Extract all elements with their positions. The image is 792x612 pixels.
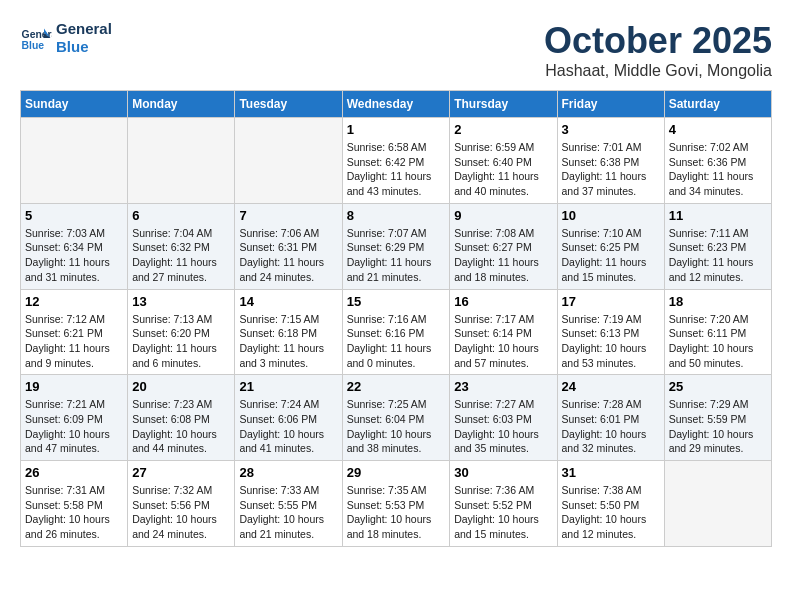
day-info: Sunrise: 7:12 AMSunset: 6:21 PMDaylight:… [25,312,123,371]
logo-blue: Blue [56,38,112,56]
day-info: Sunrise: 7:19 AMSunset: 6:13 PMDaylight:… [562,312,660,371]
calendar-cell: 27Sunrise: 7:32 AMSunset: 5:56 PMDayligh… [128,461,235,547]
calendar-week-row: 5Sunrise: 7:03 AMSunset: 6:34 PMDaylight… [21,203,772,289]
calendar-cell: 16Sunrise: 7:17 AMSunset: 6:14 PMDayligh… [450,289,557,375]
day-number: 19 [25,379,123,394]
calendar-cell: 13Sunrise: 7:13 AMSunset: 6:20 PMDayligh… [128,289,235,375]
day-number: 25 [669,379,767,394]
calendar-cell: 3Sunrise: 7:01 AMSunset: 6:38 PMDaylight… [557,118,664,204]
calendar-cell: 26Sunrise: 7:31 AMSunset: 5:58 PMDayligh… [21,461,128,547]
day-info: Sunrise: 7:10 AMSunset: 6:25 PMDaylight:… [562,226,660,285]
calendar-cell: 12Sunrise: 7:12 AMSunset: 6:21 PMDayligh… [21,289,128,375]
day-number: 7 [239,208,337,223]
calendar-cell: 19Sunrise: 7:21 AMSunset: 6:09 PMDayligh… [21,375,128,461]
calendar-cell: 17Sunrise: 7:19 AMSunset: 6:13 PMDayligh… [557,289,664,375]
calendar-cell: 20Sunrise: 7:23 AMSunset: 6:08 PMDayligh… [128,375,235,461]
day-info: Sunrise: 7:11 AMSunset: 6:23 PMDaylight:… [669,226,767,285]
day-header-saturday: Saturday [664,91,771,118]
day-header-thursday: Thursday [450,91,557,118]
calendar-cell: 15Sunrise: 7:16 AMSunset: 6:16 PMDayligh… [342,289,450,375]
day-number: 20 [132,379,230,394]
day-info: Sunrise: 7:23 AMSunset: 6:08 PMDaylight:… [132,397,230,456]
day-info: Sunrise: 7:33 AMSunset: 5:55 PMDaylight:… [239,483,337,542]
calendar-cell: 11Sunrise: 7:11 AMSunset: 6:23 PMDayligh… [664,203,771,289]
calendar-cell [21,118,128,204]
calendar-cell: 9Sunrise: 7:08 AMSunset: 6:27 PMDaylight… [450,203,557,289]
day-info: Sunrise: 7:06 AMSunset: 6:31 PMDaylight:… [239,226,337,285]
calendar-cell: 18Sunrise: 7:20 AMSunset: 6:11 PMDayligh… [664,289,771,375]
day-info: Sunrise: 7:29 AMSunset: 5:59 PMDaylight:… [669,397,767,456]
day-info: Sunrise: 7:35 AMSunset: 5:53 PMDaylight:… [347,483,446,542]
day-number: 2 [454,122,552,137]
calendar-cell: 7Sunrise: 7:06 AMSunset: 6:31 PMDaylight… [235,203,342,289]
day-number: 12 [25,294,123,309]
day-info: Sunrise: 7:08 AMSunset: 6:27 PMDaylight:… [454,226,552,285]
day-number: 17 [562,294,660,309]
day-number: 6 [132,208,230,223]
svg-text:Blue: Blue [22,40,45,51]
title-block: October 2025 Hashaat, Middle Govi, Mongo… [544,20,772,80]
day-info: Sunrise: 7:07 AMSunset: 6:29 PMDaylight:… [347,226,446,285]
calendar-cell: 2Sunrise: 6:59 AMSunset: 6:40 PMDaylight… [450,118,557,204]
month-title: October 2025 [544,20,772,62]
calendar-table: SundayMondayTuesdayWednesdayThursdayFrid… [20,90,772,547]
calendar-cell: 8Sunrise: 7:07 AMSunset: 6:29 PMDaylight… [342,203,450,289]
location-title: Hashaat, Middle Govi, Mongolia [544,62,772,80]
day-number: 14 [239,294,337,309]
day-number: 11 [669,208,767,223]
calendar-cell [128,118,235,204]
calendar-week-row: 12Sunrise: 7:12 AMSunset: 6:21 PMDayligh… [21,289,772,375]
day-info: Sunrise: 7:38 AMSunset: 5:50 PMDaylight:… [562,483,660,542]
calendar-cell [664,461,771,547]
day-number: 5 [25,208,123,223]
calendar-week-row: 19Sunrise: 7:21 AMSunset: 6:09 PMDayligh… [21,375,772,461]
day-number: 23 [454,379,552,394]
day-header-wednesday: Wednesday [342,91,450,118]
day-info: Sunrise: 7:20 AMSunset: 6:11 PMDaylight:… [669,312,767,371]
day-number: 21 [239,379,337,394]
day-number: 30 [454,465,552,480]
day-info: Sunrise: 7:27 AMSunset: 6:03 PMDaylight:… [454,397,552,456]
page-header: General Blue General Blue October 2025 H… [20,20,772,80]
day-number: 8 [347,208,446,223]
calendar-cell: 24Sunrise: 7:28 AMSunset: 6:01 PMDayligh… [557,375,664,461]
day-number: 4 [669,122,767,137]
calendar-cell: 25Sunrise: 7:29 AMSunset: 5:59 PMDayligh… [664,375,771,461]
day-info: Sunrise: 7:17 AMSunset: 6:14 PMDaylight:… [454,312,552,371]
day-header-tuesday: Tuesday [235,91,342,118]
day-info: Sunrise: 6:58 AMSunset: 6:42 PMDaylight:… [347,140,446,199]
day-number: 31 [562,465,660,480]
day-info: Sunrise: 7:32 AMSunset: 5:56 PMDaylight:… [132,483,230,542]
day-header-sunday: Sunday [21,91,128,118]
day-info: Sunrise: 7:24 AMSunset: 6:06 PMDaylight:… [239,397,337,456]
calendar-cell: 5Sunrise: 7:03 AMSunset: 6:34 PMDaylight… [21,203,128,289]
day-info: Sunrise: 7:16 AMSunset: 6:16 PMDaylight:… [347,312,446,371]
logo-icon: General Blue [20,22,52,54]
calendar-cell: 23Sunrise: 7:27 AMSunset: 6:03 PMDayligh… [450,375,557,461]
day-number: 27 [132,465,230,480]
calendar-header-row: SundayMondayTuesdayWednesdayThursdayFrid… [21,91,772,118]
day-info: Sunrise: 6:59 AMSunset: 6:40 PMDaylight:… [454,140,552,199]
calendar-week-row: 26Sunrise: 7:31 AMSunset: 5:58 PMDayligh… [21,461,772,547]
day-number: 28 [239,465,337,480]
logo-general: General [56,20,112,38]
day-info: Sunrise: 7:36 AMSunset: 5:52 PMDaylight:… [454,483,552,542]
day-info: Sunrise: 7:02 AMSunset: 6:36 PMDaylight:… [669,140,767,199]
day-number: 1 [347,122,446,137]
calendar-cell: 21Sunrise: 7:24 AMSunset: 6:06 PMDayligh… [235,375,342,461]
day-number: 18 [669,294,767,309]
calendar-cell: 4Sunrise: 7:02 AMSunset: 6:36 PMDaylight… [664,118,771,204]
day-info: Sunrise: 7:04 AMSunset: 6:32 PMDaylight:… [132,226,230,285]
calendar-cell: 31Sunrise: 7:38 AMSunset: 5:50 PMDayligh… [557,461,664,547]
day-info: Sunrise: 7:21 AMSunset: 6:09 PMDaylight:… [25,397,123,456]
day-number: 22 [347,379,446,394]
day-number: 29 [347,465,446,480]
calendar-cell: 28Sunrise: 7:33 AMSunset: 5:55 PMDayligh… [235,461,342,547]
logo: General Blue General Blue [20,20,112,56]
day-info: Sunrise: 7:28 AMSunset: 6:01 PMDaylight:… [562,397,660,456]
day-info: Sunrise: 7:01 AMSunset: 6:38 PMDaylight:… [562,140,660,199]
day-info: Sunrise: 7:13 AMSunset: 6:20 PMDaylight:… [132,312,230,371]
calendar-cell: 14Sunrise: 7:15 AMSunset: 6:18 PMDayligh… [235,289,342,375]
day-header-friday: Friday [557,91,664,118]
day-number: 9 [454,208,552,223]
